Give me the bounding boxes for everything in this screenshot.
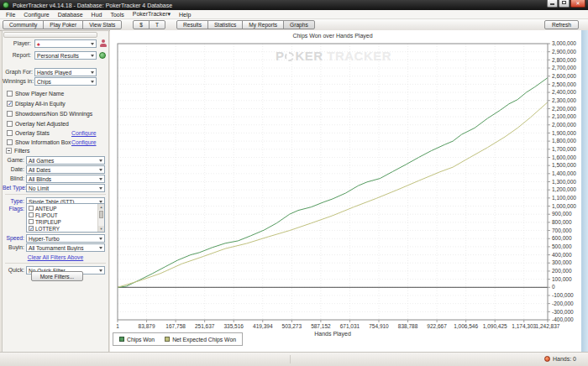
- checkbox-icon[interactable]: [29, 219, 34, 224]
- chart-panel: Chips Won over Hands Played PKER TRACKER…: [110, 30, 581, 353]
- collapse-icon[interactable]: [6, 148, 12, 154]
- hands-status: Hands: 0: [544, 356, 576, 362]
- flags-listbox[interactable]: ANTEUP FLIPOUT TRIPLEUP LOTTERY ▲ ▼: [26, 203, 105, 233]
- checkbox-icon[interactable]: [7, 121, 13, 127]
- menu-hud[interactable]: Hud: [87, 12, 107, 18]
- person-icon[interactable]: [99, 39, 107, 47]
- configure-overlay-stats-link[interactable]: Configure: [71, 130, 96, 136]
- flag-item-lottery[interactable]: LOTTERY: [29, 225, 104, 232]
- maximize-icon[interactable]: [559, 0, 570, 8]
- date-filter-select[interactable]: All Dates: [26, 165, 105, 174]
- svg-text:1,800,000: 1,800,000: [552, 138, 576, 144]
- filters-section-header[interactable]: Filters: [6, 148, 30, 154]
- cash-mode-button[interactable]: $: [133, 20, 150, 29]
- refresh-go-icon[interactable]: [99, 52, 106, 59]
- tab-results[interactable]: Results: [176, 20, 208, 29]
- svg-text:922,667: 922,667: [427, 323, 447, 329]
- community-button[interactable]: Community: [3, 20, 44, 29]
- toolbar-view-group: Results Statistics My Reports Graphs: [176, 20, 315, 29]
- player-select[interactable]: ♠: [34, 39, 97, 48]
- view-stats-button[interactable]: View Stats: [82, 20, 122, 29]
- tab-graphs[interactable]: Graphs: [283, 20, 315, 29]
- menu-help[interactable]: Help: [175, 12, 195, 18]
- checkbox-icon[interactable]: [7, 139, 13, 145]
- svg-text:1,700,000: 1,700,000: [552, 146, 576, 152]
- tab-statistics[interactable]: Statistics: [207, 20, 243, 29]
- date-filter-label: Date:: [3, 166, 24, 172]
- svg-text:1,006,546: 1,006,546: [454, 323, 478, 329]
- flag-item-tripleup[interactable]: TRIPLEUP: [29, 218, 104, 225]
- checkbox-icon[interactable]: [7, 91, 13, 97]
- menu-file[interactable]: File: [2, 12, 19, 18]
- menu-configure[interactable]: Configure: [19, 12, 53, 18]
- buyin-filter-select[interactable]: All Tournament Buyins: [26, 243, 105, 252]
- legend-swatch: [119, 337, 124, 342]
- checkbox-show-information-box[interactable]: Show Information Box: [7, 139, 71, 146]
- scroll-up-icon[interactable]: ▲: [98, 204, 104, 210]
- flag-item-flipout[interactable]: FLIPOUT: [29, 212, 104, 218]
- play-poker-button[interactable]: Play Poker: [43, 20, 83, 29]
- scroll-down-icon[interactable]: ▼: [98, 226, 104, 232]
- checkbox-icon[interactable]: [29, 206, 34, 211]
- refresh-button[interactable]: Refresh: [544, 20, 579, 29]
- sidebar: Player: ♠ Report: Personal Results Graph…: [2, 30, 109, 353]
- svg-text:-400,000: -400,000: [552, 316, 574, 322]
- svg-text:671,031: 671,031: [340, 323, 360, 329]
- svg-text:-100,000: -100,000: [552, 292, 574, 298]
- menu-pokertracker[interactable]: PokerTracker▾: [129, 11, 175, 18]
- svg-text:1,300,000: 1,300,000: [552, 179, 576, 185]
- checkbox-showdowns[interactable]: Showdowns/Non SD Winnings: [7, 110, 92, 118]
- quick-filter-label: Quick:: [3, 267, 24, 273]
- game-filter-select[interactable]: All Games: [26, 156, 105, 165]
- minimize-icon[interactable]: [547, 0, 558, 8]
- checkbox-display-allin-equity[interactable]: Display All-in Equity: [7, 100, 66, 107]
- buyin-filter-label: Buyin:: [3, 244, 24, 250]
- svg-text:1,174,303: 1,174,303: [512, 323, 536, 329]
- svg-text:1,200,000: 1,200,000: [552, 186, 576, 192]
- checkbox-icon[interactable]: [29, 226, 34, 231]
- flag-item-anteup[interactable]: ANTEUP: [29, 205, 104, 212]
- checkbox-overlay-stats[interactable]: Overlay Stats: [7, 129, 50, 137]
- clear-all-filters-link[interactable]: Clear All Filters Above: [3, 254, 108, 260]
- checkbox-icon[interactable]: [7, 130, 13, 136]
- checkbox-label: Display All-in Equity: [15, 101, 66, 107]
- svg-text:2,200,000: 2,200,000: [552, 106, 576, 112]
- svg-text:-300,000: -300,000: [552, 309, 574, 315]
- winnings-in-select[interactable]: Chips: [34, 77, 97, 86]
- svg-text:1,100,000: 1,100,000: [552, 195, 576, 201]
- svg-text:200,000: 200,000: [552, 268, 572, 274]
- tournament-mode-button[interactable]: T: [149, 20, 165, 29]
- checkbox-icon[interactable]: [29, 212, 34, 217]
- sidebar-collapse-handle[interactable]: [3, 32, 97, 38]
- tab-my-reports[interactable]: My Reports: [242, 20, 284, 29]
- toolbar-nav-group: Community Play Poker View Stats: [3, 20, 122, 29]
- svg-text:838,788: 838,788: [398, 323, 418, 329]
- blind-filter-label: Blind:: [3, 175, 24, 181]
- toolbar: Community Play Poker View Stats $ T Resu…: [0, 19, 588, 31]
- close-icon[interactable]: [570, 0, 585, 8]
- checkbox-overlay-net-adjusted[interactable]: Overlay Net Adjusted: [7, 120, 69, 128]
- svg-text:3,000,000: 3,000,000: [552, 40, 576, 46]
- svg-text:419,394: 419,394: [253, 323, 273, 329]
- toolbar-mode-group: $ T: [133, 20, 165, 29]
- series-line-1: [118, 102, 548, 288]
- svg-text:2,300,000: 2,300,000: [552, 97, 576, 103]
- report-select[interactable]: Personal Results: [34, 51, 97, 60]
- menu-tools[interactable]: Tools: [106, 12, 128, 18]
- bet-type-filter-select[interactable]: No Limit: [26, 184, 105, 192]
- flags-scrollbar[interactable]: ▲ ▼: [97, 204, 104, 232]
- graph-for-select[interactable]: Hands Played: [34, 68, 97, 76]
- speed-filter-select[interactable]: Hyper-Turbo: [26, 234, 105, 243]
- chart-plot[interactable]: -400,000-300,000-200,000-100,0000100,000…: [110, 30, 581, 342]
- configure-info-box-link[interactable]: Configure: [71, 139, 96, 145]
- svg-text:754,910: 754,910: [369, 323, 389, 329]
- scrollbar-thumb[interactable]: [99, 211, 103, 218]
- svg-text:0: 0: [552, 284, 555, 290]
- blind-filter-select[interactable]: All Blinds: [26, 175, 105, 183]
- checkbox-icon[interactable]: [7, 111, 13, 117]
- svg-text:900,000: 900,000: [552, 211, 572, 217]
- menu-database[interactable]: Database: [54, 12, 87, 18]
- checkbox-icon[interactable]: [7, 101, 13, 107]
- more-filters-button[interactable]: More Filters...: [31, 271, 83, 281]
- checkbox-show-player-name[interactable]: Show Player Name: [7, 90, 64, 97]
